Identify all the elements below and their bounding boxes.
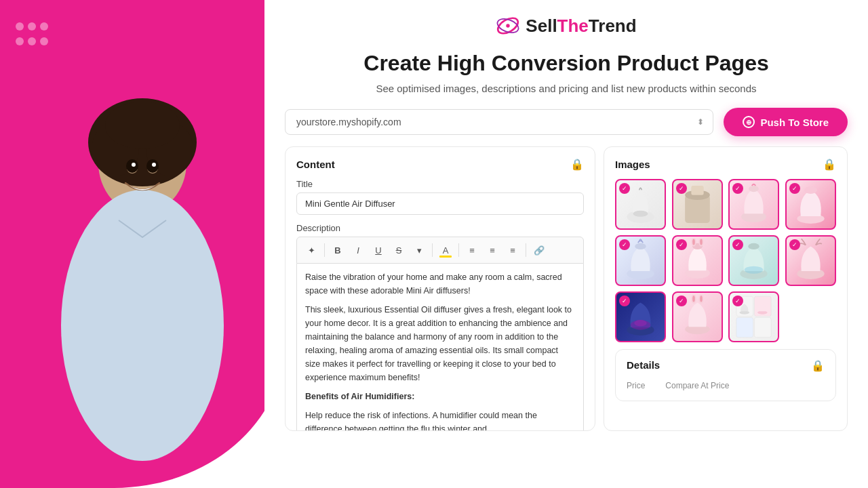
color-indicator: [439, 256, 452, 258]
compare-price-field: Compare At Price: [665, 379, 729, 391]
toolbar-divider-3: [458, 243, 459, 257]
svg-point-6: [61, 190, 224, 461]
price-label: Price: [627, 381, 645, 390]
toolbar-divider-4: [526, 243, 526, 257]
italic-button[interactable]: I: [349, 241, 367, 259]
svg-point-32: [700, 239, 703, 245]
description-label: Description: [296, 223, 584, 233]
image-thumb-5[interactable]: ✓: [615, 235, 666, 286]
images-panel: Images 🔒 ✓ ✓: [604, 146, 848, 431]
svg-point-12: [152, 163, 156, 167]
svg-point-4: [105, 102, 180, 149]
image-thumb-9[interactable]: ✓: [615, 291, 666, 342]
check-badge-10: ✓: [676, 296, 687, 306]
image-thumb-3[interactable]: ✓: [728, 179, 779, 230]
images-grid: ✓ ✓ ✓: [615, 179, 836, 342]
content-panel: Content 🔒 Title Description ✦ B I U S ▾ …: [285, 146, 595, 431]
images-panel-title: Images: [615, 159, 650, 170]
toolbar-divider-1: [324, 243, 325, 257]
store-select[interactable]: yourstore.myshopify.com: [285, 109, 713, 135]
dropdown-arrow-button[interactable]: ▾: [410, 241, 428, 259]
link-button[interactable]: 🔗: [530, 241, 548, 259]
main-content-area: SellTheTrend Create High Conversion Prod…: [264, 0, 868, 488]
main-panels: Content 🔒 Title Description ✦ B I U S ▾ …: [285, 146, 848, 431]
check-badge-4: ✓: [789, 183, 800, 194]
image-thumb-10[interactable]: ✓: [672, 291, 723, 342]
image-thumb-1[interactable]: ✓: [615, 179, 666, 230]
check-badge-2: ✓: [676, 183, 687, 194]
image-thumb-7[interactable]: ✓: [728, 235, 779, 286]
svg-point-24: [804, 186, 816, 194]
compare-price-label: Compare At Price: [665, 381, 729, 390]
svg-point-15: [507, 24, 510, 27]
svg-point-35: [745, 266, 764, 274]
price-field: Price: [627, 379, 645, 391]
image-thumb-4[interactable]: ✓: [785, 179, 836, 230]
details-header: Details 🔒: [627, 359, 825, 372]
lock-icon: 🔒: [570, 158, 584, 171]
images-panel-header: Images 🔒: [615, 158, 836, 171]
content-panel-header: Content 🔒: [296, 158, 584, 171]
underline-button[interactable]: U: [370, 241, 387, 259]
svg-point-31: [692, 239, 695, 245]
magic-tool-button[interactable]: ✦: [302, 241, 320, 259]
editor-toolbar: ✦ B I U S ▾ A ≡ ≡ ≡ 🔗: [296, 237, 584, 264]
svg-point-22: [749, 186, 759, 192]
svg-point-34: [748, 243, 760, 249]
image-thumb-6[interactable]: ✓: [672, 235, 723, 286]
person-image: [14, 81, 271, 474]
check-badge-6: ✓: [676, 239, 687, 250]
push-icon: ⊕: [743, 116, 755, 128]
details-lock-icon: 🔒: [811, 359, 825, 372]
image-thumb-2[interactable]: ✓: [672, 179, 723, 230]
check-badge-8: ✓: [789, 239, 800, 250]
logo-area: SellTheTrend: [285, 14, 848, 38]
logo-icon: [496, 14, 520, 38]
page-headline: Create High Conversion Product Pages: [285, 50, 848, 76]
align-button[interactable]: ≡: [504, 241, 521, 259]
font-color-button[interactable]: A: [437, 241, 454, 259]
images-lock-icon: 🔒: [823, 158, 836, 171]
svg-point-43: [692, 296, 695, 302]
image-thumb-8[interactable]: ✓: [785, 235, 836, 286]
svg-rect-47: [736, 318, 753, 338]
decorative-dots: [14, 20, 50, 50]
product-title-input[interactable]: [296, 192, 584, 215]
svg-rect-48: [754, 318, 771, 338]
svg-point-39: [634, 320, 646, 326]
store-selector-row: yourstore.myshopify.com ⬍ ⊕ Push To Stor…: [285, 108, 848, 136]
svg-point-17: [633, 211, 648, 217]
bold-button[interactable]: B: [329, 241, 347, 259]
unordered-list-button[interactable]: ≡: [463, 241, 481, 259]
svg-point-26: [635, 243, 646, 249]
title-label: Title: [296, 179, 584, 189]
push-to-store-button[interactable]: ⊕ Push To Store: [724, 108, 848, 136]
svg-rect-20: [691, 186, 703, 195]
details-panel-title: Details: [627, 359, 660, 372]
strikethrough-button[interactable]: S: [390, 241, 408, 259]
logo-text: SellTheTrend: [526, 16, 636, 37]
ordered-list-button[interactable]: ≡: [484, 241, 501, 259]
page-subheadline: See optimised images, descriptions and p…: [285, 83, 848, 94]
svg-point-11: [132, 163, 136, 167]
details-panel: Details 🔒 Price Compare At Price: [615, 349, 836, 401]
content-panel-title: Content: [296, 159, 335, 170]
details-row: Price Compare At Price: [627, 379, 825, 391]
store-select-wrapper: yourstore.myshopify.com ⬍: [285, 109, 713, 135]
editor-content[interactable]: Raise the vibration of your home and mak…: [296, 264, 584, 431]
toolbar-divider-2: [432, 243, 433, 257]
svg-point-44: [700, 296, 703, 302]
image-thumb-11[interactable]: ✓: [728, 291, 779, 342]
